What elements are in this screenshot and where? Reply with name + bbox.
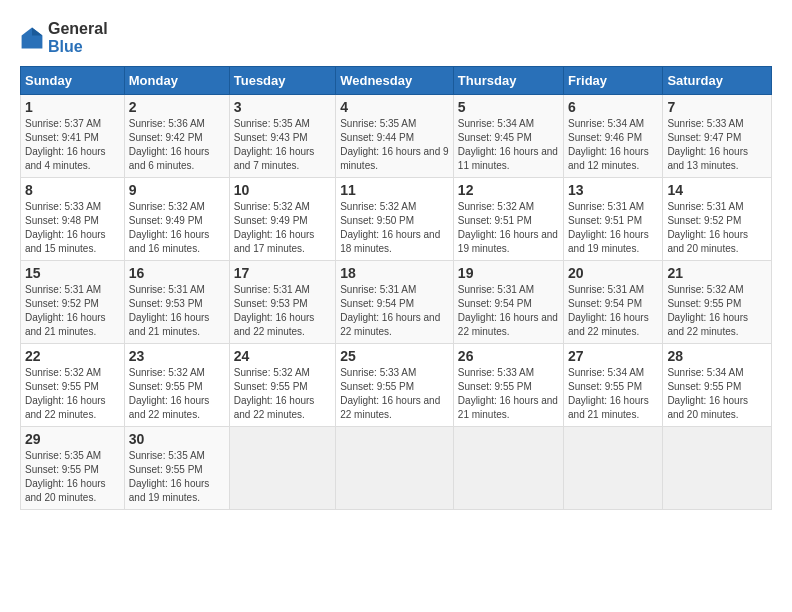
day-detail: Sunrise: 5:31 AMSunset: 9:54 PMDaylight:… (340, 283, 449, 339)
calendar-cell: 6 Sunrise: 5:34 AMSunset: 9:46 PMDayligh… (564, 95, 663, 178)
day-number: 29 (25, 431, 120, 447)
calendar-cell: 29 Sunrise: 5:35 AMSunset: 9:55 PMDaylig… (21, 427, 125, 510)
day-number: 8 (25, 182, 120, 198)
day-detail: Sunrise: 5:34 AMSunset: 9:55 PMDaylight:… (667, 366, 767, 422)
calendar-cell: 19 Sunrise: 5:31 AMSunset: 9:54 PMDaylig… (453, 261, 563, 344)
day-detail: Sunrise: 5:33 AMSunset: 9:47 PMDaylight:… (667, 117, 767, 173)
day-number: 2 (129, 99, 225, 115)
day-number: 28 (667, 348, 767, 364)
day-detail: Sunrise: 5:31 AMSunset: 9:51 PMDaylight:… (568, 200, 658, 256)
calendar-cell (663, 427, 772, 510)
day-detail: Sunrise: 5:35 AMSunset: 9:55 PMDaylight:… (129, 449, 225, 505)
day-detail: Sunrise: 5:32 AMSunset: 9:49 PMDaylight:… (234, 200, 331, 256)
calendar-cell: 11 Sunrise: 5:32 AMSunset: 9:50 PMDaylig… (336, 178, 454, 261)
day-number: 5 (458, 99, 559, 115)
day-detail: Sunrise: 5:32 AMSunset: 9:55 PMDaylight:… (25, 366, 120, 422)
day-detail: Sunrise: 5:32 AMSunset: 9:55 PMDaylight:… (129, 366, 225, 422)
calendar-cell: 16 Sunrise: 5:31 AMSunset: 9:53 PMDaylig… (124, 261, 229, 344)
calendar-cell: 9 Sunrise: 5:32 AMSunset: 9:49 PMDayligh… (124, 178, 229, 261)
day-detail: Sunrise: 5:31 AMSunset: 9:52 PMDaylight:… (667, 200, 767, 256)
week-row-3: 15 Sunrise: 5:31 AMSunset: 9:52 PMDaylig… (21, 261, 772, 344)
header-thursday: Thursday (453, 67, 563, 95)
calendar-cell: 23 Sunrise: 5:32 AMSunset: 9:55 PMDaylig… (124, 344, 229, 427)
calendar-cell: 2 Sunrise: 5:36 AMSunset: 9:42 PMDayligh… (124, 95, 229, 178)
day-detail: Sunrise: 5:34 AMSunset: 9:46 PMDaylight:… (568, 117, 658, 173)
day-number: 9 (129, 182, 225, 198)
day-number: 4 (340, 99, 449, 115)
calendar-cell: 26 Sunrise: 5:33 AMSunset: 9:55 PMDaylig… (453, 344, 563, 427)
day-number: 10 (234, 182, 331, 198)
calendar-cell: 5 Sunrise: 5:34 AMSunset: 9:45 PMDayligh… (453, 95, 563, 178)
calendar-cell: 20 Sunrise: 5:31 AMSunset: 9:54 PMDaylig… (564, 261, 663, 344)
day-number: 27 (568, 348, 658, 364)
calendar-cell: 17 Sunrise: 5:31 AMSunset: 9:53 PMDaylig… (229, 261, 335, 344)
calendar-cell: 14 Sunrise: 5:31 AMSunset: 9:52 PMDaylig… (663, 178, 772, 261)
day-detail: Sunrise: 5:31 AMSunset: 9:54 PMDaylight:… (458, 283, 559, 339)
calendar-cell: 8 Sunrise: 5:33 AMSunset: 9:48 PMDayligh… (21, 178, 125, 261)
day-number: 18 (340, 265, 449, 281)
calendar-cell: 3 Sunrise: 5:35 AMSunset: 9:43 PMDayligh… (229, 95, 335, 178)
page-header: General Blue (20, 20, 772, 56)
calendar-table: SundayMondayTuesdayWednesdayThursdayFrid… (20, 66, 772, 510)
calendar-cell (564, 427, 663, 510)
day-detail: Sunrise: 5:37 AMSunset: 9:41 PMDaylight:… (25, 117, 120, 173)
calendar-cell: 30 Sunrise: 5:35 AMSunset: 9:55 PMDaylig… (124, 427, 229, 510)
day-number: 11 (340, 182, 449, 198)
day-number: 19 (458, 265, 559, 281)
day-number: 22 (25, 348, 120, 364)
week-row-4: 22 Sunrise: 5:32 AMSunset: 9:55 PMDaylig… (21, 344, 772, 427)
header-tuesday: Tuesday (229, 67, 335, 95)
calendar-cell (336, 427, 454, 510)
day-detail: Sunrise: 5:32 AMSunset: 9:49 PMDaylight:… (129, 200, 225, 256)
day-detail: Sunrise: 5:32 AMSunset: 9:50 PMDaylight:… (340, 200, 449, 256)
header-saturday: Saturday (663, 67, 772, 95)
day-number: 1 (25, 99, 120, 115)
calendar-cell: 21 Sunrise: 5:32 AMSunset: 9:55 PMDaylig… (663, 261, 772, 344)
day-number: 16 (129, 265, 225, 281)
day-detail: Sunrise: 5:31 AMSunset: 9:53 PMDaylight:… (234, 283, 331, 339)
logo: General Blue (20, 20, 108, 56)
calendar-cell: 15 Sunrise: 5:31 AMSunset: 9:52 PMDaylig… (21, 261, 125, 344)
day-number: 7 (667, 99, 767, 115)
day-number: 15 (25, 265, 120, 281)
calendar-cell (229, 427, 335, 510)
day-number: 13 (568, 182, 658, 198)
day-number: 20 (568, 265, 658, 281)
header-sunday: Sunday (21, 67, 125, 95)
day-number: 24 (234, 348, 331, 364)
calendar-cell: 22 Sunrise: 5:32 AMSunset: 9:55 PMDaylig… (21, 344, 125, 427)
day-detail: Sunrise: 5:33 AMSunset: 9:55 PMDaylight:… (458, 366, 559, 422)
header-friday: Friday (564, 67, 663, 95)
calendar-cell: 10 Sunrise: 5:32 AMSunset: 9:49 PMDaylig… (229, 178, 335, 261)
calendar-cell: 4 Sunrise: 5:35 AMSunset: 9:44 PMDayligh… (336, 95, 454, 178)
svg-marker-1 (32, 28, 42, 36)
day-number: 3 (234, 99, 331, 115)
calendar-cell: 27 Sunrise: 5:34 AMSunset: 9:55 PMDaylig… (564, 344, 663, 427)
day-number: 12 (458, 182, 559, 198)
day-detail: Sunrise: 5:31 AMSunset: 9:54 PMDaylight:… (568, 283, 658, 339)
calendar-header-row: SundayMondayTuesdayWednesdayThursdayFrid… (21, 67, 772, 95)
day-detail: Sunrise: 5:33 AMSunset: 9:55 PMDaylight:… (340, 366, 449, 422)
day-detail: Sunrise: 5:32 AMSunset: 9:55 PMDaylight:… (667, 283, 767, 339)
day-detail: Sunrise: 5:34 AMSunset: 9:55 PMDaylight:… (568, 366, 658, 422)
day-number: 25 (340, 348, 449, 364)
logo-icon (20, 26, 44, 50)
day-number: 17 (234, 265, 331, 281)
calendar-cell (453, 427, 563, 510)
calendar-cell: 12 Sunrise: 5:32 AMSunset: 9:51 PMDaylig… (453, 178, 563, 261)
day-detail: Sunrise: 5:35 AMSunset: 9:44 PMDaylight:… (340, 117, 449, 173)
day-detail: Sunrise: 5:34 AMSunset: 9:45 PMDaylight:… (458, 117, 559, 173)
calendar-cell: 1 Sunrise: 5:37 AMSunset: 9:41 PMDayligh… (21, 95, 125, 178)
week-row-1: 1 Sunrise: 5:37 AMSunset: 9:41 PMDayligh… (21, 95, 772, 178)
day-number: 14 (667, 182, 767, 198)
calendar-cell: 18 Sunrise: 5:31 AMSunset: 9:54 PMDaylig… (336, 261, 454, 344)
day-detail: Sunrise: 5:36 AMSunset: 9:42 PMDaylight:… (129, 117, 225, 173)
logo-blue: Blue (48, 38, 83, 55)
calendar-cell: 25 Sunrise: 5:33 AMSunset: 9:55 PMDaylig… (336, 344, 454, 427)
calendar-cell: 24 Sunrise: 5:32 AMSunset: 9:55 PMDaylig… (229, 344, 335, 427)
week-row-2: 8 Sunrise: 5:33 AMSunset: 9:48 PMDayligh… (21, 178, 772, 261)
header-wednesday: Wednesday (336, 67, 454, 95)
day-detail: Sunrise: 5:31 AMSunset: 9:53 PMDaylight:… (129, 283, 225, 339)
day-number: 26 (458, 348, 559, 364)
week-row-5: 29 Sunrise: 5:35 AMSunset: 9:55 PMDaylig… (21, 427, 772, 510)
